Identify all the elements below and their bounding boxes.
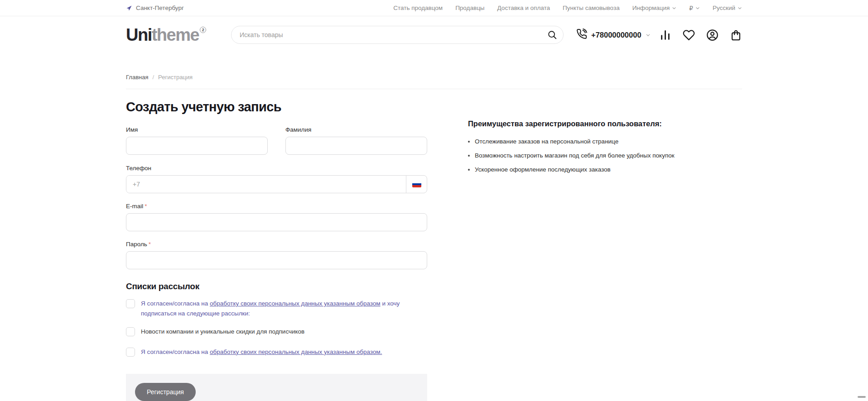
bullet-icon <box>468 155 470 157</box>
required-mark: * <box>149 241 151 248</box>
consent-processing-label: Я согласен/согласна на обработку своих п… <box>141 347 382 357</box>
phone-label: Телефон <box>126 165 427 172</box>
last-name-label: Фамилия <box>285 126 427 133</box>
email-label: E-mail* <box>126 203 427 210</box>
consent-subscribe-label: Я согласен/согласна на обработку своих п… <box>141 299 427 318</box>
password-field[interactable] <box>126 251 427 269</box>
consent-processing-checkbox[interactable] <box>126 348 135 357</box>
submit-panel: Регистрация <box>126 374 427 401</box>
russia-flag-icon <box>412 181 421 187</box>
location-label: Санкт-Петербург <box>136 5 184 11</box>
account-icon[interactable] <box>706 29 719 41</box>
phone-field-group <box>126 175 427 193</box>
news-subscribe-label: Новости компании и уникальные скидки для… <box>141 327 304 337</box>
consent-processing-row: Я согласен/согласна на обработку своих п… <box>126 347 427 357</box>
chevron-down-icon <box>672 6 676 10</box>
wishlist-icon[interactable] <box>683 29 695 41</box>
header-icons <box>659 29 742 41</box>
register-button[interactable]: Регистрация <box>135 383 196 401</box>
email-field[interactable] <box>126 213 427 231</box>
required-mark: * <box>145 203 147 210</box>
cart-icon[interactable] <box>730 29 742 41</box>
newsletter-section-title: Списки рассылок <box>126 282 427 291</box>
chevron-down-icon <box>738 6 742 10</box>
topbar-link-pickup-points[interactable]: Пункты самовывоза <box>563 5 620 11</box>
country-flag-selector[interactable] <box>406 176 427 193</box>
consent-subscribe-row: Я согласен/согласна на обработку своих п… <box>126 299 427 318</box>
phone-dropdown[interactable]: +78000000000 <box>576 29 651 41</box>
breadcrumb: Главная / Регистрация <box>126 66 742 89</box>
news-subscribe-checkbox[interactable] <box>126 327 135 336</box>
language-dropdown[interactable]: Русский <box>713 5 742 11</box>
personal-data-link[interactable]: обработку своих персональных данных указ… <box>210 300 381 307</box>
header: Unitheme2 +78000000000 <box>0 16 868 66</box>
first-name-label: Имя <box>126 126 268 133</box>
consent-subscribe-checkbox[interactable] <box>126 299 135 308</box>
location-selector[interactable]: Санкт-Петербург <box>126 5 184 11</box>
compare-icon[interactable] <box>659 29 671 41</box>
location-arrow-icon <box>126 5 132 11</box>
benefits-title: Преимущества зарегистрированного пользов… <box>468 119 742 128</box>
breadcrumb-home[interactable]: Главная <box>126 74 148 81</box>
topbar-link-delivery[interactable]: Доставка и оплата <box>497 5 550 11</box>
benefit-item: Отслеживание заказов на персональной стр… <box>468 138 742 146</box>
last-name-field[interactable] <box>285 137 427 155</box>
topbar: Санкт-Петербург Стать продавцом Продавцы… <box>0 0 868 16</box>
phone-call-icon <box>576 29 587 41</box>
currency-dropdown[interactable]: ₽ <box>689 5 700 12</box>
breadcrumb-separator: / <box>152 74 154 81</box>
benefit-item: Возможность настроить магазин под себя д… <box>468 152 742 160</box>
phone-number: +78000000000 <box>591 31 641 39</box>
information-dropdown[interactable]: Информация <box>632 5 677 11</box>
scrollbar-thumb[interactable] <box>858 396 866 398</box>
bullet-icon <box>468 169 470 171</box>
search-bar <box>231 26 564 44</box>
topbar-link-become-seller[interactable]: Стать продавцом <box>393 5 443 11</box>
store-logo[interactable]: Unitheme2 <box>126 25 231 45</box>
topbar-menu: Стать продавцом Продавцы Доставка и опла… <box>393 5 742 12</box>
topbar-link-sellers[interactable]: Продавцы <box>455 5 484 11</box>
personal-data-link[interactable]: обработку своих персональных данных указ… <box>210 348 382 355</box>
bullet-icon <box>468 141 470 143</box>
chevron-down-icon <box>646 33 651 38</box>
page-title: Создать учетную запись <box>126 100 427 115</box>
benefits-list: Отслеживание заказов на персональной стр… <box>468 138 742 174</box>
search-icon[interactable] <box>547 30 557 40</box>
phone-field[interactable] <box>126 176 406 193</box>
news-subscribe-row: Новости компании и уникальные скидки для… <box>126 327 427 337</box>
registration-form: Создать учетную запись Имя Фамилия Телеф… <box>126 100 427 401</box>
search-input[interactable] <box>231 26 564 44</box>
benefit-item: Ускоренное оформление последующих заказо… <box>468 166 742 174</box>
password-label: Пароль* <box>126 241 427 248</box>
chevron-down-icon <box>695 6 700 10</box>
logo-badge: 2 <box>200 27 206 33</box>
first-name-field[interactable] <box>126 137 268 155</box>
breadcrumb-current: Регистрация <box>158 74 193 81</box>
benefits-section: Преимущества зарегистрированного пользов… <box>468 100 742 180</box>
